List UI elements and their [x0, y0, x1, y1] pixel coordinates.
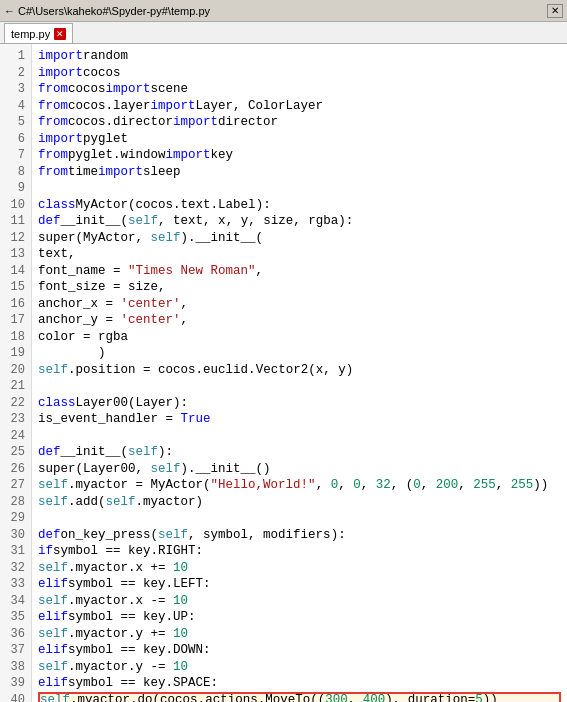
code-line: self.myactor.x -= 10	[38, 593, 561, 610]
line-number: 18	[6, 329, 25, 346]
line-number: 17	[6, 312, 25, 329]
line-number: 28	[6, 494, 25, 511]
code-line: from cocos import scene	[38, 81, 561, 98]
code-editor: 1234567891011121314151617181920212223242…	[0, 44, 567, 702]
title-bar: ← C#\Users\kaheko#\Spyder-py#\temp.py ✕	[0, 0, 567, 22]
line-number: 23	[6, 411, 25, 428]
code-line	[38, 378, 561, 395]
line-number: 12	[6, 230, 25, 247]
line-number: 1	[6, 48, 25, 65]
line-number: 11	[6, 213, 25, 230]
code-line: anchor_x = 'center',	[38, 296, 561, 313]
line-number: 38	[6, 659, 25, 676]
line-number: 15	[6, 279, 25, 296]
code-line: elif symbol == key.UP:	[38, 609, 561, 626]
line-number: 5	[6, 114, 25, 131]
code-line: from time import sleep	[38, 164, 561, 181]
line-number: 9	[6, 180, 25, 197]
code-line: import random	[38, 48, 561, 65]
code-line: anchor_y = 'center',	[38, 312, 561, 329]
line-number: 22	[6, 395, 25, 412]
code-line: class Layer00(Layer):	[38, 395, 561, 412]
code-line: self.myactor.y -= 10	[38, 659, 561, 676]
line-number: 3	[6, 81, 25, 98]
line-number: 7	[6, 147, 25, 164]
code-line: )	[38, 345, 561, 362]
code-line: import pyglet	[38, 131, 561, 148]
code-line: if symbol == key.RIGHT:	[38, 543, 561, 560]
code-line: class MyActor(cocos.text.Label):	[38, 197, 561, 214]
line-number: 8	[6, 164, 25, 181]
code-line: text,	[38, 246, 561, 263]
tab-label: temp.py	[11, 28, 50, 40]
line-number: 36	[6, 626, 25, 643]
code-line: super(Layer00, self).__init__()	[38, 461, 561, 478]
line-number: 25	[6, 444, 25, 461]
line-numbers: 1234567891011121314151617181920212223242…	[0, 44, 32, 702]
code-line: from pyglet.window import key	[38, 147, 561, 164]
line-number: 26	[6, 461, 25, 478]
code-line: self.position = cocos.euclid.Vector2(x, …	[38, 362, 561, 379]
code-line: self.myactor.x += 10	[38, 560, 561, 577]
code-line: self.myactor.y += 10	[38, 626, 561, 643]
file-tab[interactable]: temp.py ✕	[4, 23, 73, 43]
tab-close-button[interactable]: ✕	[54, 28, 66, 40]
line-number: 13	[6, 246, 25, 263]
code-line: elif symbol == key.DOWN:	[38, 642, 561, 659]
line-number: 24	[6, 428, 25, 445]
line-number: 4	[6, 98, 25, 115]
code-line: def __init__(self):	[38, 444, 561, 461]
line-number: 19	[6, 345, 25, 362]
line-number: 27	[6, 477, 25, 494]
code-line	[38, 428, 561, 445]
line-number: 35	[6, 609, 25, 626]
line-number: 16	[6, 296, 25, 313]
code-line: is_event_handler = True	[38, 411, 561, 428]
code-line: font_size = size,	[38, 279, 561, 296]
code-line: elif symbol == key.LEFT:	[38, 576, 561, 593]
tab-bar: temp.py ✕	[0, 22, 567, 44]
line-number: 37	[6, 642, 25, 659]
line-number: 39	[6, 675, 25, 692]
line-number: 14	[6, 263, 25, 280]
code-line: self.add(self.myactor)	[38, 494, 561, 511]
code-line	[38, 180, 561, 197]
code-line: import cocos	[38, 65, 561, 82]
code-line: def __init__(self, text, x, y, size, rgb…	[38, 213, 561, 230]
line-number: 33	[6, 576, 25, 593]
line-number: 34	[6, 593, 25, 610]
code-content[interactable]: import randomimport cocosfrom cocos impo…	[32, 44, 567, 702]
line-number: 6	[6, 131, 25, 148]
title-bar-text: ← C#\Users\kaheko#\Spyder-py#\temp.py	[4, 5, 547, 17]
code-line: self.myactor = MyActor("Hello,World!", 0…	[38, 477, 561, 494]
line-number: 32	[6, 560, 25, 577]
line-number: 21	[6, 378, 25, 395]
code-line: elif symbol == key.SPACE:	[38, 675, 561, 692]
line-number: 2	[6, 65, 25, 82]
code-line: super(MyActor, self).__init__(	[38, 230, 561, 247]
code-line: color = rgba	[38, 329, 561, 346]
code-line	[38, 510, 561, 527]
title-bar-close-button[interactable]: ✕	[547, 4, 563, 18]
code-line: def on_key_press(self, symbol, modifiers…	[38, 527, 561, 544]
line-number: 10	[6, 197, 25, 214]
line-number: 40	[6, 692, 25, 703]
code-line: font_name = "Times New Roman",	[38, 263, 561, 280]
line-number: 31	[6, 543, 25, 560]
line-number: 29	[6, 510, 25, 527]
line-number: 30	[6, 527, 25, 544]
code-line: self.myactor.do(cocos.actions.MoveTo((30…	[38, 692, 561, 703]
code-line: from cocos.layer import Layer, ColorLaye…	[38, 98, 561, 115]
code-line: from cocos.director import director	[38, 114, 561, 131]
line-number: 20	[6, 362, 25, 379]
